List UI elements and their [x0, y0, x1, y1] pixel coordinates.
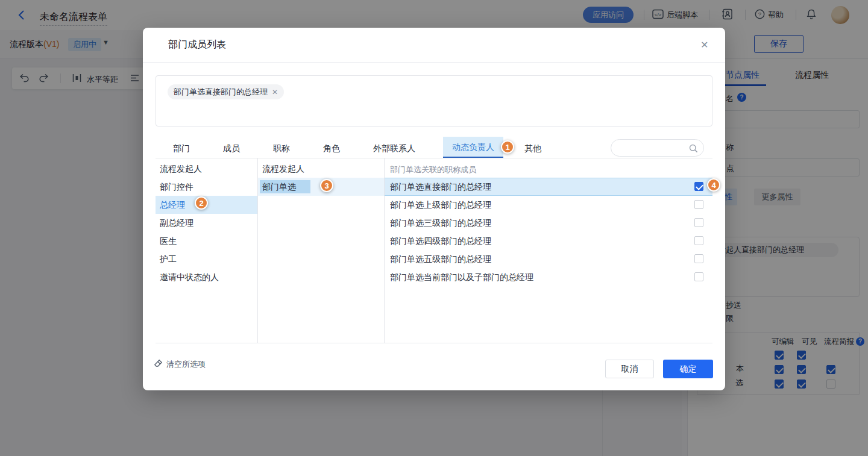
tab-other[interactable]: 其他 — [524, 143, 541, 154]
tab-member[interactable]: 成员 — [223, 143, 240, 154]
tabs-divider — [156, 158, 712, 158]
dynamic-owner-item[interactable]: 邀请中状态的人 — [156, 268, 257, 286]
member-option-label: 部门单选四级部门的总经理 — [390, 236, 491, 246]
dynamic-owner-item[interactable]: 副总经理 — [156, 214, 257, 232]
member-search-box — [611, 139, 704, 157]
member-option-label: 部门单选三级部门的总经理 — [390, 218, 491, 228]
member-option-row[interactable]: 部门单选五级部门的总经理 — [385, 250, 712, 268]
dynamic-owner-item[interactable]: 流程发起人 — [156, 160, 257, 178]
control-item-label: 部门单选 — [260, 180, 310, 193]
step-badge-2: 2 — [195, 196, 208, 210]
clear-selection-button[interactable]: 清空所选项 — [154, 359, 206, 370]
app-root: 未命名流程表单 应用访问 </> 后端脚本 ? 帮助 — [0, 0, 868, 456]
modal-header-divider — [143, 62, 725, 63]
member-option-label: 部门单选五级部门的总经理 — [390, 254, 491, 264]
member-checkbox[interactable] — [694, 254, 703, 263]
cancel-button[interactable]: 取消 — [605, 360, 654, 378]
selected-member-tag-label: 部门单选直接部门的总经理 — [174, 87, 268, 96]
dynamic-owner-item[interactable]: 医生 — [156, 232, 257, 250]
remove-tag-icon[interactable]: ✕ — [272, 88, 278, 96]
selected-members-box: 部门单选直接部门的总经理✕ — [156, 75, 712, 126]
search-icon — [689, 144, 698, 153]
member-option-label: 部门单选直接部门的总经理 — [390, 182, 491, 192]
member-checkbox[interactable] — [694, 182, 703, 191]
selected-member-tag: 部门单选直接部门的总经理✕ — [168, 84, 284, 99]
step-badge-3: 3 — [320, 179, 333, 192]
step-badge-4: 4 — [707, 178, 720, 192]
eraser-icon — [154, 359, 163, 370]
member-search-input[interactable] — [618, 140, 688, 155]
member-checkbox[interactable] — [694, 236, 703, 245]
dynamic-owner-item[interactable]: 部门控件 — [156, 178, 257, 196]
member-option-row[interactable]: 部门单选当前部门以及子部门的总经理 — [385, 268, 712, 286]
member-list-header: 部门单选关联的职称成员 — [390, 164, 476, 175]
member-option-row[interactable]: 部门单选三级部门的总经理 — [385, 214, 712, 232]
department-member-modal: 部门成员列表 ✕ 部门单选直接部门的总经理✕ 部门 成员 职称 角色 外部联系人… — [143, 28, 725, 390]
tab-external-contact[interactable]: 外部联系人 — [373, 143, 415, 154]
tab-role[interactable]: 角色 — [323, 143, 340, 154]
confirm-button[interactable]: 确定 — [663, 360, 713, 378]
dynamic-owner-item[interactable]: 护工 — [156, 250, 257, 268]
modal-title: 部门成员列表 — [168, 39, 226, 51]
member-option-label: 部门单选当前部门以及子部门的总经理 — [390, 272, 533, 282]
control-item[interactable]: 流程发起人 — [258, 160, 384, 178]
columns-bottom-divider — [156, 343, 712, 343]
clear-selection-label: 清空所选项 — [166, 359, 206, 370]
tab-dynamic-owner[interactable]: 动态负责人 — [443, 137, 503, 158]
member-option-label: 部门单选上级部门的总经理 — [390, 200, 491, 210]
tab-title[interactable]: 职称 — [273, 143, 290, 154]
step-badge-1: 1 — [501, 140, 514, 154]
close-icon[interactable]: ✕ — [700, 39, 708, 51]
member-option-row[interactable]: 部门单选直接部门的总经理 — [385, 178, 712, 196]
member-checkbox[interactable] — [694, 272, 703, 281]
member-option-row[interactable]: 部门单选四级部门的总经理 — [385, 232, 712, 250]
member-checkbox[interactable] — [694, 218, 703, 227]
member-checkbox[interactable] — [694, 200, 703, 209]
member-option-row[interactable]: 部门单选上级部门的总经理 — [385, 196, 712, 214]
tab-department[interactable]: 部门 — [173, 143, 190, 154]
